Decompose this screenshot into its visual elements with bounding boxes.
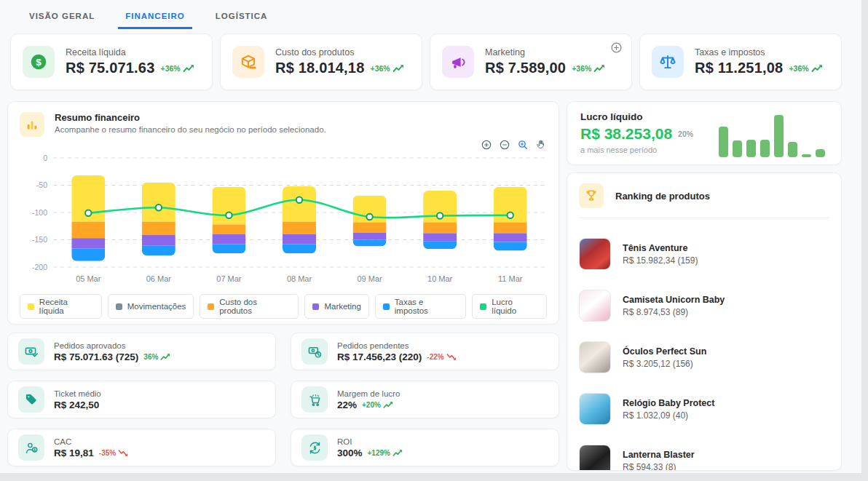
- stat-card-pedidos-pendentes: Pedidos pendentes R$ 17.456,23 (220) -22…: [291, 333, 559, 370]
- kpi-label: Marketing: [485, 47, 605, 57]
- profit-title: Lucro líquido: [580, 111, 693, 122]
- trend-up-icon: [593, 64, 605, 73]
- legend-taxas-impostos[interactable]: Taxas e impostos: [375, 294, 466, 319]
- svg-text:0: 0: [43, 154, 47, 162]
- kpi-label: Receita líquida: [66, 47, 194, 57]
- mini-bar: [802, 154, 811, 157]
- legend-swatch: [116, 303, 122, 310]
- chart-title: Resumo financeiro: [55, 112, 326, 123]
- trend-up-icon: [392, 64, 404, 73]
- svg-text:05 Mar: 05 Mar: [76, 274, 101, 283]
- svg-text:07 Mar: 07 Mar: [216, 274, 242, 283]
- legend-movimentacoes[interactable]: Movimentações: [108, 294, 194, 319]
- product-value: R$ 8.974,53 (89): [623, 307, 725, 317]
- product-name: Óculos Perfect Sun: [623, 346, 706, 357]
- legend-swatch: [480, 303, 486, 310]
- svg-text:11 Mar: 11 Mar: [498, 274, 523, 283]
- svg-text:-100: -100: [32, 208, 47, 217]
- svg-text:08 Mar: 08 Mar: [287, 274, 312, 283]
- product-row-lanterna-blaster[interactable]: Lanterna Blaster R$ 594,33 (8): [579, 445, 829, 471]
- divider: [579, 218, 829, 218]
- product-image: [579, 238, 611, 270]
- kpi-card-marketing: Marketing R$ 7.589,00 +36%: [430, 33, 632, 90]
- cart-icon: [301, 386, 328, 413]
- person-money-icon: [18, 434, 44, 461]
- tab-visao-geral[interactable]: VISÃO GERAL: [22, 9, 102, 29]
- product-name: Tênis Aventure: [623, 243, 698, 253]
- finance-chart[interactable]: 0-50-100-150-20005 Mar06 Mar07 Mar08 Mar…: [20, 151, 547, 287]
- product-image: [579, 341, 611, 373]
- trend-down-icon: [446, 353, 457, 361]
- tab-logistica[interactable]: LOGÍSTICA: [208, 9, 275, 29]
- pan-hand-icon[interactable]: [535, 139, 547, 151]
- stat-value: R$ 17.456,23 (220): [337, 351, 422, 362]
- chart-subtitle: Acompanhe o resumo financeiro do seu neg…: [55, 125, 326, 134]
- stat-card-roi: ROI 300% +129%: [291, 429, 559, 466]
- trend-down-icon: [118, 449, 128, 457]
- svg-text:06 Mar: 06 Mar: [146, 274, 172, 283]
- product-value: R$ 594,33 (8): [623, 462, 695, 472]
- svg-text:10 Mar: 10 Mar: [427, 274, 453, 283]
- product-row-camiseta-unicorn[interactable]: Camiseta Unicorn Baby R$ 8.974,53 (89): [579, 290, 829, 322]
- tab-financeiro[interactable]: FINANCEIRO: [118, 9, 192, 29]
- legend-receita-liquida[interactable]: Receita líquida: [20, 294, 102, 319]
- kpi-card-custo-produtos: Custo dos produtos R$ 18.014,18 +36%: [220, 33, 422, 90]
- stat-label: ROI: [337, 437, 403, 446]
- kpi-card-taxas-impostos: Taxas e impostos R$ 11.251,08 +36%: [639, 33, 842, 90]
- profit-caption: a mais nesse período: [580, 146, 693, 154]
- zoom-in-icon[interactable]: [481, 139, 492, 151]
- product-name: Lanterna Blaster: [623, 450, 695, 460]
- product-ranking-panel: Ranking de produtos Tênis Aventure R$ 15…: [567, 172, 842, 471]
- product-name: Camiseta Unicorn Baby: [623, 295, 725, 305]
- stat-badge: -35%: [99, 449, 128, 457]
- profit-percent: 20%: [678, 130, 693, 138]
- legend-swatch: [208, 303, 214, 310]
- window-edge-bottom: [0, 473, 868, 481]
- legend-swatch: [383, 303, 390, 310]
- plus-circle-icon[interactable]: [610, 41, 623, 54]
- financial-dashboard: { "tabs": [ { "label": "VISÃO GERAL", "a…: [0, 0, 868, 481]
- legend-lucro-liquido[interactable]: Lucro líquido: [472, 294, 547, 319]
- stat-card-cac: CAC R$ 19,81 -35%: [7, 429, 276, 466]
- selection-zoom-icon[interactable]: [517, 139, 529, 151]
- trend-up-icon: [160, 353, 170, 361]
- product-row-oculos-perfect-sun[interactable]: Óculos Perfect Sun R$ 3.205,12 (156): [579, 341, 829, 373]
- legend-marketing[interactable]: Marketing: [304, 294, 369, 319]
- stat-badge: +20%: [362, 401, 393, 409]
- legend-swatch: [312, 303, 319, 310]
- price-tag-icon: [18, 386, 44, 413]
- legend-swatch: [28, 303, 34, 310]
- svg-text:-150: -150: [32, 235, 47, 244]
- stat-label: Margem de lucro: [337, 389, 400, 398]
- chart-legend: Receita líquida Movimentações Custo dos …: [20, 294, 547, 319]
- stat-badge: -22%: [427, 353, 456, 361]
- stat-label: Pedidos pendentes: [337, 341, 457, 350]
- trend-up-icon: [183, 64, 194, 73]
- product-row-tenis-aventure[interactable]: Tênis Aventure R$ 15.982,34 (159): [579, 238, 829, 270]
- product-name: Relógio Baby Protect: [623, 398, 714, 408]
- stat-value: R$ 75.071.63 (725): [54, 351, 138, 362]
- megaphone-icon: [442, 46, 474, 78]
- trend-up-icon: [811, 64, 823, 73]
- package-minus-icon: [232, 46, 264, 78]
- kpi-value: R$ 75.071.63: [66, 60, 155, 76]
- product-row-relogio-baby-protect[interactable]: Relógio Baby Protect R$ 1.032,09 (40): [579, 393, 829, 425]
- stat-card-ticket-medio: Ticket médio R$ 242,50: [7, 381, 276, 418]
- svg-text:-200: -200: [32, 263, 47, 271]
- chart-toolbar: [20, 139, 547, 151]
- dollar-circle-icon: $: [23, 46, 55, 78]
- mini-bar: [719, 127, 728, 157]
- zoom-out-icon[interactable]: [499, 139, 510, 151]
- product-image: [579, 290, 611, 322]
- kpi-badge: +36%: [371, 64, 404, 73]
- kpi-value: R$ 11.251,08: [695, 60, 783, 76]
- kpi-value: R$ 7.589,00: [485, 60, 566, 76]
- svg-text:09 Mar: 09 Mar: [357, 274, 382, 283]
- trend-up-icon: [392, 449, 403, 457]
- legend-custo-produtos[interactable]: Custo dos produtos: [200, 294, 299, 319]
- finance-summary-panel: Resumo financeiro Acompanhe o resumo fin…: [7, 101, 559, 325]
- kpi-badge: +36%: [161, 64, 194, 73]
- mini-bar: [746, 140, 756, 157]
- kpi-value: R$ 18.014,18: [275, 60, 365, 76]
- refresh-dollar-icon: [301, 434, 328, 461]
